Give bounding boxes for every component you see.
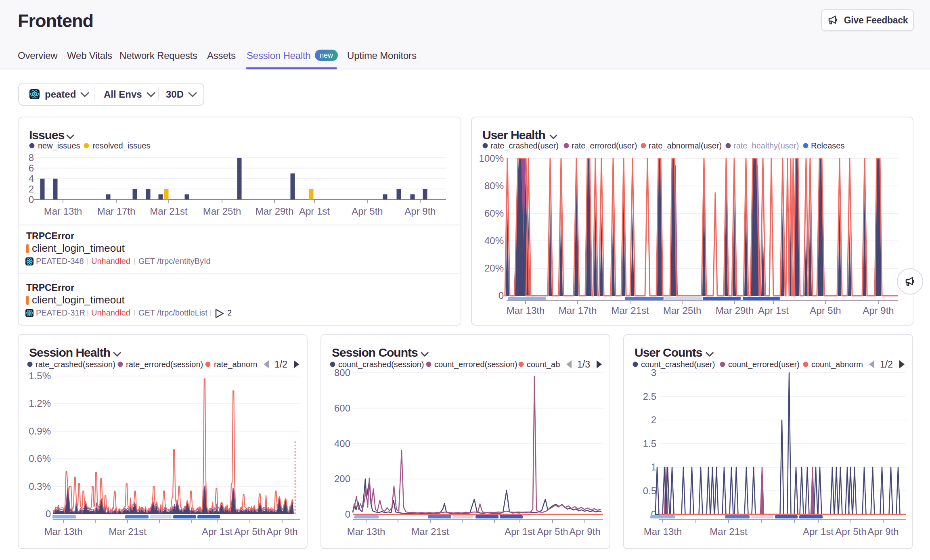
svg-text:Apr 1st: Apr 1st — [803, 526, 834, 537]
svg-text:0.5: 0.5 — [643, 485, 656, 496]
svg-text:1/3: 1/3 — [577, 359, 590, 370]
svg-text:Apr 5th: Apr 5th — [810, 305, 841, 316]
svg-text:Apr 9th: Apr 9th — [266, 526, 297, 537]
svg-text:100%: 100% — [479, 153, 504, 164]
svg-text:rate_crashed(session): rate_crashed(session) — [36, 360, 115, 369]
svg-text:Apr 1st: Apr 1st — [505, 526, 535, 537]
svg-text:Apr 5th: Apr 5th — [234, 526, 265, 537]
svg-text:0: 0 — [46, 508, 51, 519]
svg-text:Mar 13th: Mar 13th — [44, 206, 82, 217]
svg-text:count_abnormal(session): count_abnormal(session) — [527, 360, 618, 369]
svg-text:0: 0 — [29, 194, 34, 205]
svg-text:Apr 1st: Apr 1st — [202, 526, 232, 537]
svg-text:count_errored(user): count_errored(user) — [728, 360, 800, 369]
svg-text:2.5: 2.5 — [643, 391, 656, 402]
svg-text:Releases: Releases — [811, 141, 844, 150]
svg-text:Unhandled: Unhandled — [91, 257, 130, 265]
svg-text:client_login_timeout: client_login_timeout — [32, 294, 125, 306]
svg-text:GET /trpc/entityById: GET /trpc/entityById — [138, 257, 211, 265]
svg-text:80%: 80% — [484, 180, 504, 191]
svg-text:Mar 17th: Mar 17th — [97, 206, 136, 217]
svg-text:count_crashed(session): count_crashed(session) — [338, 360, 424, 369]
svg-text:Mar 25th: Mar 25th — [663, 305, 702, 316]
svg-text:Session Counts: Session Counts — [332, 346, 418, 359]
svg-text:6: 6 — [29, 163, 34, 173]
svg-text:rate_crashed(user): rate_crashed(user) — [490, 141, 559, 150]
svg-text:Apr 1st: Apr 1st — [758, 305, 789, 316]
svg-text:1/2: 1/2 — [880, 359, 893, 370]
svg-text:Mar 17th: Mar 17th — [559, 305, 597, 316]
svg-text:Apr 9th: Apr 9th — [404, 206, 436, 217]
svg-text:Session Health: Session Health — [29, 346, 110, 359]
svg-text:rate_abnormal(user): rate_abnormal(user) — [649, 141, 722, 150]
svg-text:Apr 9th: Apr 9th — [863, 305, 894, 316]
svg-text:Apr 9th: Apr 9th — [569, 526, 600, 537]
svg-text:TRPCError: TRPCError — [26, 231, 74, 241]
svg-text:Unhandled: Unhandled — [91, 308, 130, 317]
svg-text:1.5%: 1.5% — [29, 370, 51, 381]
svg-text:Apr 5th: Apr 5th — [835, 526, 866, 537]
svg-text:Mar 21st: Mar 21st — [611, 305, 649, 316]
svg-text:Mar 13th: Mar 13th — [44, 526, 83, 537]
svg-text:Mar 29th: Mar 29th — [256, 206, 294, 217]
svg-text:Mar 25th: Mar 25th — [203, 206, 241, 217]
svg-text:2: 2 — [29, 184, 34, 194]
svg-text:0.6%: 0.6% — [29, 453, 51, 464]
svg-text:Mar 29th: Mar 29th — [716, 305, 754, 316]
svg-text:2: 2 — [651, 414, 656, 425]
svg-text:PEATED-31R: PEATED-31R — [36, 308, 85, 317]
svg-text:800: 800 — [334, 367, 350, 378]
svg-text:Apr 5th: Apr 5th — [352, 206, 383, 217]
svg-text:Mar 21st: Mar 21st — [411, 526, 449, 537]
svg-text:200: 200 — [334, 473, 350, 484]
svg-text:GET /trpc/bottleList: GET /trpc/bottleList — [138, 308, 207, 317]
svg-text:8: 8 — [29, 152, 34, 163]
svg-text:600: 600 — [334, 403, 350, 414]
svg-text:0.9%: 0.9% — [29, 426, 51, 437]
svg-text:0.3%: 0.3% — [29, 481, 51, 492]
svg-text:Apr 9th: Apr 9th — [867, 526, 899, 537]
svg-text:rate_errored(user): rate_errored(user) — [572, 141, 637, 150]
svg-text:User Health: User Health — [482, 128, 545, 142]
svg-text:Issues: Issues — [29, 128, 65, 142]
svg-text:Mar 13th: Mar 13th — [347, 526, 385, 537]
svg-text:Apr 1st: Apr 1st — [299, 206, 330, 217]
svg-text:60%: 60% — [484, 208, 504, 219]
svg-text:PEATED-348: PEATED-348 — [36, 257, 84, 265]
svg-text:1.2%: 1.2% — [29, 398, 51, 409]
svg-text:count_errored(session): count_errored(session) — [434, 360, 517, 369]
svg-text:rate_errored(session): rate_errored(session) — [126, 360, 203, 369]
svg-text:rate_healthy(user): rate_healthy(user) — [733, 141, 799, 150]
svg-text:40%: 40% — [484, 235, 504, 246]
svg-text:4: 4 — [29, 173, 34, 184]
svg-text:3: 3 — [651, 367, 656, 378]
svg-text:Apr 5th: Apr 5th — [537, 526, 568, 537]
svg-text:Mar 21st: Mar 21st — [150, 206, 188, 217]
svg-text:client_login_timeout: client_login_timeout — [32, 242, 125, 254]
svg-text:TRPCError: TRPCError — [26, 282, 74, 293]
svg-text:2: 2 — [227, 308, 232, 317]
svg-text:Mar 13th: Mar 13th — [507, 305, 545, 316]
svg-text:1: 1 — [651, 462, 656, 472]
svg-text:resolved_issues: resolved_issues — [92, 141, 150, 150]
svg-text:1/2: 1/2 — [274, 359, 287, 370]
svg-text:0: 0 — [499, 290, 504, 301]
svg-text:Mar 21st: Mar 21st — [710, 526, 748, 537]
svg-text:0: 0 — [345, 509, 350, 520]
svg-text:1.5: 1.5 — [643, 438, 656, 449]
svg-text:20%: 20% — [484, 263, 504, 274]
svg-text:User Counts: User Counts — [635, 346, 702, 359]
svg-text:count_abnormal(user): count_abnormal(user) — [811, 360, 890, 369]
svg-text:400: 400 — [334, 438, 350, 449]
svg-text:Mar 21st: Mar 21st — [109, 526, 147, 537]
svg-text:Mar 13th: Mar 13th — [644, 526, 682, 537]
svg-text:new_issues: new_issues — [38, 141, 80, 150]
